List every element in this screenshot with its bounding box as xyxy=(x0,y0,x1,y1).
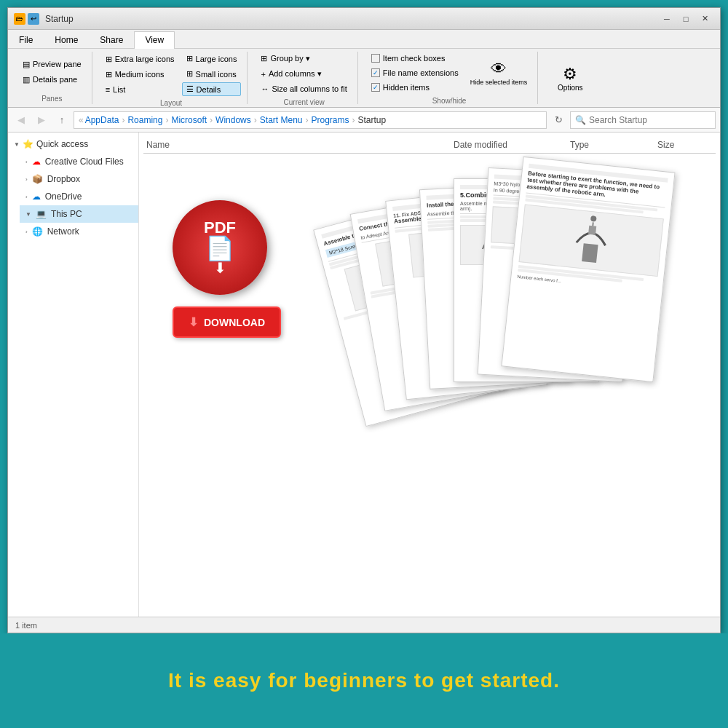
onedrive-chevron: › xyxy=(25,194,28,200)
svg-point-14 xyxy=(590,215,597,222)
group-by-btn[interactable]: ⊞ Group by ▾ xyxy=(256,52,351,66)
options-btn[interactable]: ⚙ Options xyxy=(553,62,587,95)
ribbon-tabs: File Home Share View xyxy=(8,30,720,49)
showhide-group-title: Show/hide xyxy=(367,94,532,106)
dropbox-chevron: › xyxy=(25,176,28,183)
hide-selected-btn[interactable]: 👁 Hide selected items xyxy=(466,57,532,89)
forward-button[interactable]: ▶ xyxy=(33,111,50,129)
preview-pane-btn[interactable]: ▤ Preview pane xyxy=(18,58,86,71)
sidebar-group-quick-access: ▼ ⭐ Quick access xyxy=(8,135,138,153)
up-button[interactable]: ↑ xyxy=(53,111,71,129)
search-box[interactable]: 🔍 xyxy=(570,111,716,129)
this-pc-icon: 💻 xyxy=(36,209,47,219)
tab-view[interactable]: View xyxy=(134,31,175,49)
ribbon: File Home Share View ▤ Preview pane ▥ De… xyxy=(8,30,720,108)
large-icons-btn[interactable]: ⊞ Large icons xyxy=(182,52,242,66)
details-pane-icon: ▥ xyxy=(23,75,30,84)
tab-file[interactable]: File xyxy=(8,31,44,48)
svg-rect-13 xyxy=(588,226,596,235)
quick-access-icon: ⭐ xyxy=(23,139,33,149)
sidebar: ▼ ⭐ Quick access › ☁ Creative Cloud File… xyxy=(8,132,139,617)
maximize-button[interactable]: □ xyxy=(676,12,695,26)
breadcrumb-sep-0: « xyxy=(79,115,84,125)
showhide-buttons: Item check boxes ✓ File name extensions … xyxy=(367,52,532,94)
preview-pane-label: Preview pane xyxy=(33,60,82,68)
layout-buttons: ⊞ Extra large icons ⊞ Medium icons ≡ Lis… xyxy=(101,52,242,96)
view-buttons: ⊞ Group by ▾ + Add columns ▾ ↔ Size all … xyxy=(256,52,351,95)
download-button[interactable]: ⬇ DOWNLOAD xyxy=(173,306,281,338)
refresh-button[interactable]: ↻ xyxy=(550,111,567,129)
showhide-col: Item check boxes ✓ File name extensions … xyxy=(367,52,463,94)
col-size: Size xyxy=(657,140,716,150)
panes-buttons: ▤ Preview pane ▥ Details pane xyxy=(18,52,86,92)
view-group-title: Current view xyxy=(256,95,351,108)
breadcrumb-microsoft[interactable]: Microsoft xyxy=(171,115,207,125)
minimize-button[interactable]: ─ xyxy=(657,12,676,26)
breadcrumb-appdata[interactable]: AppData xyxy=(85,115,119,125)
sidebar-item-this-pc[interactable]: ▼ 💻 This PC xyxy=(20,205,138,223)
sidebar-item-onedrive[interactable]: › ☁ OneDrive xyxy=(20,188,138,205)
group-by-icon: ⊞ xyxy=(261,54,267,63)
dropbox-label: Dropbox xyxy=(47,174,80,184)
dropbox-icon: 📦 xyxy=(32,174,43,184)
details-pane-btn[interactable]: ▥ Details pane xyxy=(18,73,86,87)
hide-selected-icon: 👁 xyxy=(491,60,507,79)
search-icon: 🔍 xyxy=(575,115,586,125)
extra-large-icon: ⊞ xyxy=(106,55,112,64)
list-btn[interactable]: ≡ List xyxy=(101,83,179,96)
options-icon: ⚙ xyxy=(563,65,577,84)
breadcrumb[interactable]: « AppData › Roaming › Microsoft › Window… xyxy=(74,111,547,129)
ribbon-group-showhide: Item check boxes ✓ File name extensions … xyxy=(361,52,539,104)
hidden-items-btn[interactable]: ✓ Hidden items xyxy=(367,81,463,94)
content-area: ▼ ⭐ Quick access › ☁ Creative Cloud File… xyxy=(8,132,720,617)
close-button[interactable]: ✕ xyxy=(695,12,714,26)
item-check-btn[interactable]: Item check boxes xyxy=(367,52,463,65)
filename-ext-btn[interactable]: ✓ File name extensions xyxy=(367,66,463,79)
details-btn[interactable]: ☰ Details xyxy=(182,82,242,96)
sidebar-item-creative-cloud[interactable]: › ☁ Creative Cloud Files xyxy=(20,153,138,170)
add-columns-btn[interactable]: + Add columns ▾ xyxy=(256,67,351,81)
extra-large-icons-btn[interactable]: ⊞ Extra large icons xyxy=(101,52,179,66)
tab-home[interactable]: Home xyxy=(44,31,89,48)
breadcrumb-roaming[interactable]: Roaming xyxy=(127,115,162,125)
quick-access-header[interactable]: ▼ ⭐ Quick access xyxy=(8,135,138,153)
ribbon-group-view: ⊞ Group by ▾ + Add columns ▾ ↔ Size all … xyxy=(250,52,357,104)
creative-cloud-chevron: › xyxy=(25,159,28,165)
breadcrumb-current: Startup xyxy=(358,115,387,125)
panes-group-title: Panes xyxy=(18,92,86,104)
medium-icons-btn[interactable]: ⊞ Medium icons xyxy=(101,68,179,82)
search-input[interactable] xyxy=(589,115,711,125)
details-layout-icon: ☰ xyxy=(186,84,194,94)
status-bar: 1 item xyxy=(8,617,720,633)
breadcrumb-programs[interactable]: Programs xyxy=(312,115,349,125)
size-all-btn[interactable]: ↔ Size all columns to fit xyxy=(256,82,351,95)
small-icon: ⊞ xyxy=(186,69,193,79)
file-column-headers: Name Date modified Type Size xyxy=(143,137,716,154)
view-col: ⊞ Group by ▾ + Add columns ▾ ↔ Size all … xyxy=(256,52,351,95)
details-pane-label: Details pane xyxy=(33,75,77,84)
pdf-icon-area: PDF 📄 ⬇ ⬇ DOWNLOAD xyxy=(173,200,281,338)
file-area: Name Date modified Type Size PDF 📄 ⬇ ⬇ xyxy=(139,132,720,617)
item-count: 1 item xyxy=(15,621,37,630)
download-label: DOWNLOAD xyxy=(204,317,265,328)
showhide-col-2: 👁 Hide selected items xyxy=(466,57,532,89)
breadcrumb-windows[interactable]: Windows xyxy=(215,115,251,125)
sidebar-item-network[interactable]: › 🌐 Network xyxy=(20,223,138,240)
pages-stack: Assemble the following components M2*18 … xyxy=(337,164,701,564)
tab-share[interactable]: Share xyxy=(89,31,134,48)
app-icon-yellow: 🗁 xyxy=(14,13,25,25)
breadcrumb-startmenu[interactable]: Start Menu xyxy=(260,115,303,125)
title-bar: 🗁 ↩ Startup ─ □ ✕ xyxy=(8,8,720,30)
network-label: Network xyxy=(47,226,79,237)
col-type: Type xyxy=(570,140,657,150)
hidden-checkbox: ✓ xyxy=(371,83,380,92)
small-icons-btn[interactable]: ⊞ Small icons xyxy=(182,67,242,81)
this-pc-chevron: ▼ xyxy=(25,211,31,218)
ribbon-group-layout: ⊞ Extra large icons ⊞ Medium icons ≡ Lis… xyxy=(95,52,248,104)
size-all-icon: ↔ xyxy=(261,84,269,93)
download-icon: ⬇ xyxy=(189,315,198,329)
pdf-arrow-down: ⬇ xyxy=(214,259,226,277)
back-button[interactable]: ◀ xyxy=(12,111,30,129)
sidebar-item-dropbox[interactable]: › 📦 Dropbox xyxy=(20,170,138,188)
banner-text: It is easy for beginners to get started. xyxy=(168,669,560,692)
